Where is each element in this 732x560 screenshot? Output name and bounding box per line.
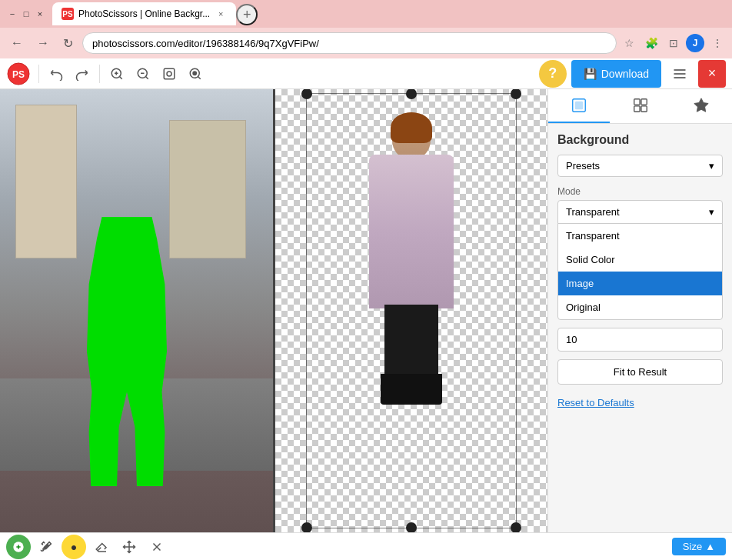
help-button[interactable]: ? [539,60,567,88]
fit-to-result-button[interactable]: Fit to Result [557,359,723,385]
active-tab[interactable]: PS PhotoScissors | Online Backgr... × [52,2,236,25]
svg-rect-9 [164,68,175,79]
canvas-area [0,89,547,532]
mode-select-header[interactable]: Transparent ▾ [557,200,723,224]
svg-line-3 [119,76,121,78]
mode-option-image[interactable]: Image [558,272,722,295]
zoom-fit-button[interactable] [157,62,181,86]
svg-rect-22 [640,106,646,112]
tab-favorites[interactable] [670,89,732,123]
size-button[interactable]: Size ▲ [672,538,726,555]
mode-option-original[interactable]: Original [558,295,722,319]
right-sidebar: Background Presets ▾ Mode Transparent ▾ … [547,89,732,532]
mode-dropdown-arrow-icon: ▾ [709,206,714,218]
move-tool-button[interactable] [117,535,141,559]
handle-bottom-left[interactable] [301,522,312,532]
back-button[interactable]: ← [6,33,28,53]
presets-button[interactable]: Presets ▾ [557,155,723,177]
new-tab-button[interactable]: + [236,4,258,25]
window-maximize-button[interactable]: □ [20,8,32,20]
handle-top-center[interactable] [406,89,417,99]
window-close-button[interactable]: × [34,8,46,20]
panel-divider [273,89,275,532]
tab-bar: PS PhotoScissors | Online Backgr... × + [52,2,726,25]
section-title: Background [557,133,723,147]
delete-button[interactable] [145,535,169,559]
svg-rect-19 [634,99,639,105]
handle-bottom-center[interactable] [406,522,417,532]
title-bar: − □ × PS PhotoScissors | Online Backgr..… [0,0,732,28]
result-panel [275,89,547,532]
tab-title: PhotoScissors | Online Backgr... [78,8,210,19]
number-input[interactable] [557,328,723,352]
bookmark-button[interactable]: ☆ [621,34,637,52]
toolbar-right: ? 💾 Download × [539,60,726,88]
brush-tool-button[interactable] [34,535,58,559]
toolbar-separator [38,65,39,83]
building-right [169,120,246,258]
hamburger-menu-button[interactable] [666,60,694,88]
handle-top-right[interactable] [511,89,521,99]
address-input[interactable] [82,32,617,54]
download-button[interactable]: 💾 Download [571,60,661,88]
original-panel [0,89,273,532]
reset-to-defaults-button[interactable]: Reset to Defaults [557,397,634,408]
reload-button[interactable]: ↻ [58,33,78,54]
handle-top-left[interactable] [301,89,312,99]
zoom-out-button[interactable] [131,62,155,86]
sidebar-tabs [548,89,732,124]
mode-option-transparent[interactable]: Transparent [558,224,722,248]
mode-label: Mode [557,186,723,197]
profile-button[interactable]: J [686,34,704,52]
result-figure [358,112,465,405]
tab-favicon: PS [62,8,74,20]
app-logo: PS [6,62,31,86]
size-arrow-icon: ▲ [705,541,715,552]
svg-line-7 [145,76,148,78]
tab-tools[interactable] [610,89,671,123]
forward-button[interactable]: → [32,33,54,53]
browser-menu-button[interactable]: ⋮ [709,34,726,52]
presets-arrow-icon: ▾ [709,160,714,172]
main-content: Background Presets ▾ Mode Transparent ▾ … [0,89,732,532]
extensions-button[interactable]: 🧩 [642,34,661,52]
mode-option-solid-color[interactable]: Solid Color [558,248,722,272]
mode-options-list: Transparent Solid Color Image Original [557,223,723,320]
bottom-toolbar: ● Size ▲ [0,532,732,560]
mode-selected-value: Transparent [566,206,620,218]
eraser-tool-button[interactable] [89,535,114,559]
download-label: Download [601,68,649,80]
close-editor-button[interactable]: × [698,60,726,88]
presets-label: Presets [566,160,600,172]
zoom-in-button[interactable] [105,62,129,86]
svg-rect-18 [575,102,582,108]
tab-background[interactable] [548,89,610,123]
svg-text:PS: PS [12,69,25,80]
mode-dropdown[interactable]: Transparent ▾ Transparent Solid Color Im… [557,200,723,320]
figure-coat [369,155,454,308]
size-label: Size [683,541,702,552]
redo-button[interactable] [70,62,95,86]
figure-boots [381,374,442,405]
building-left [15,105,77,258]
svg-point-10 [167,72,171,76]
undo-button[interactable] [44,62,68,86]
address-bar: ← → ↻ ☆ 🧩 ⊡ J ⋮ [0,28,732,58]
zoom-100-button[interactable] [183,62,208,86]
window-minimize-button[interactable]: − [6,8,18,20]
download-icon: 💾 [584,68,597,80]
svg-point-13 [193,72,197,75]
tab-close-button[interactable]: × [215,8,227,20]
app-toolbar: PS ? 💾 Download × [0,58,732,89]
svg-line-12 [198,76,200,78]
toolbar-separator-2 [99,65,100,83]
add-foreground-button[interactable] [6,535,31,559]
window-controls: − □ × [6,8,46,20]
sidebar-content: Background Presets ▾ Mode Transparent ▾ … [548,124,732,418]
lasso-tool-button[interactable]: ● [62,535,86,559]
handle-bottom-right[interactable] [511,522,521,532]
svg-rect-21 [634,106,639,112]
sideview-button[interactable]: ⊡ [666,34,681,52]
svg-rect-20 [640,99,646,105]
figure-hair [391,112,432,143]
